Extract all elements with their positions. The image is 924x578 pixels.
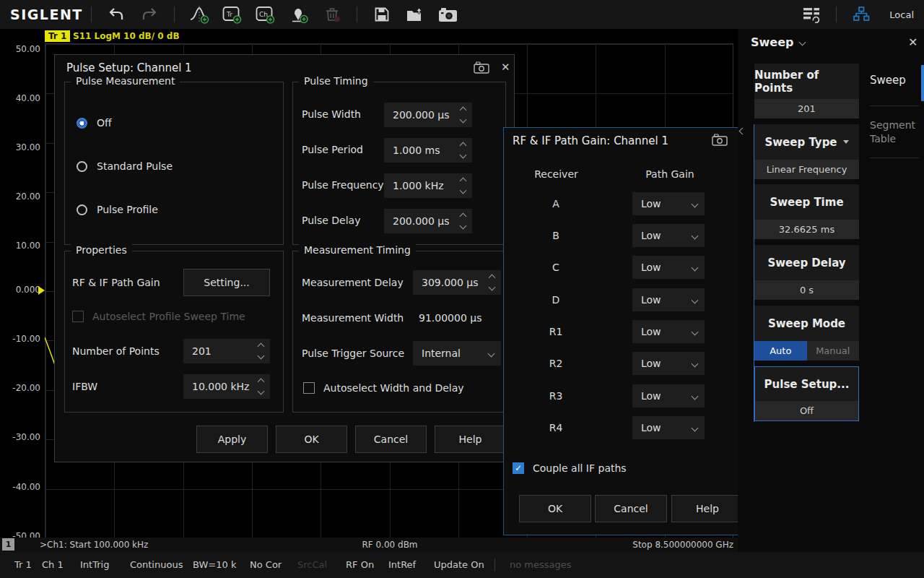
add-trace-button[interactable]: Tr — [219, 4, 245, 25]
sidebar-item-sweep-time[interactable]: Sweep Time 32.6625 ms — [754, 184, 859, 239]
spinner-down-icon[interactable] — [257, 353, 264, 360]
path-gain-dropdown-c[interactable]: Low — [632, 256, 705, 279]
sidebar-close-button[interactable]: ✕ — [908, 35, 918, 49]
camera-outline-icon — [474, 61, 489, 74]
cancel-button[interactable]: Cancel — [595, 495, 667, 522]
tab-divider — [870, 158, 919, 158]
spinner-up-icon[interactable] — [459, 213, 466, 220]
status-trace: Tr 1 — [14, 552, 32, 578]
trace-info[interactable]: S11 LogM 10 dB/ 0 dB — [73, 30, 180, 42]
trace-badge[interactable]: Tr 1 — [45, 30, 70, 42]
cancel-button[interactable]: Cancel — [355, 426, 427, 453]
screenshot-button[interactable] — [435, 4, 461, 25]
dialog-close-button[interactable]: ✕ — [501, 61, 510, 74]
pulse-delay-input[interactable]: 200.000 µs — [384, 209, 472, 233]
ok-button[interactable]: OK — [519, 495, 591, 522]
tab-sweep[interactable]: Sweep — [870, 74, 906, 87]
help-button[interactable]: Help — [671, 495, 744, 522]
ok-label: OK — [548, 503, 562, 514]
spinner-down-icon[interactable] — [459, 152, 466, 159]
spinner-up-icon[interactable] — [459, 107, 466, 114]
path-gain-dropdown-b[interactable]: Low — [632, 224, 705, 247]
add-channel-button[interactable]: Ch — [253, 4, 279, 25]
path-gain-value: Low — [641, 262, 661, 273]
cancel-label: Cancel — [614, 503, 648, 514]
radio-standard-pulse[interactable]: Standard Pulse — [77, 159, 173, 173]
redo-button[interactable] — [136, 4, 162, 25]
spinner-down-icon[interactable] — [459, 187, 466, 194]
receiver-name: D — [533, 288, 579, 311]
sidebar-item-pulse-setup[interactable]: Pulse Setup... Off — [754, 366, 859, 421]
top-toolbar: SIGLENT Tr Ch — [0, 0, 924, 29]
chevron-down-icon — [799, 39, 806, 46]
tab-segment-table[interactable]: Segment Table — [870, 118, 924, 146]
chevron-down-icon — [692, 296, 699, 303]
local-mode-label: Local — [889, 9, 914, 20]
number-of-points-input[interactable]: 201 — [183, 339, 270, 363]
sidebar-item-sweep-delay[interactable]: Sweep Delay 0 s — [754, 245, 859, 300]
spinner-up-icon[interactable] — [488, 275, 495, 282]
spinner-down-icon[interactable] — [459, 116, 466, 124]
status-update: Update On — [434, 552, 484, 578]
sweep-mode-manual-button[interactable]: Manual — [807, 341, 860, 361]
y-axis-label: 0.000 — [0, 285, 40, 295]
receiver-name: B — [533, 224, 579, 247]
measurement-delay-input[interactable]: 309.000 µs — [413, 270, 501, 295]
apply-button[interactable]: Apply — [196, 426, 268, 453]
path-gain-dropdown-a[interactable]: Low — [632, 192, 705, 215]
radio-off[interactable]: Off — [77, 116, 112, 130]
item-label: Pulse Setup... — [755, 367, 858, 401]
autoselect-width-delay-checkbox[interactable]: Autoselect Width and Delay — [303, 382, 464, 394]
path-gain-dropdown-r4[interactable]: Low — [632, 416, 705, 439]
path-gain-dropdown-r1[interactable]: Low — [632, 320, 705, 343]
ok-button[interactable]: OK — [276, 426, 347, 453]
spinner-up-icon[interactable] — [257, 379, 264, 386]
y-axis-label: 30.00 — [0, 142, 40, 152]
path-gain-dropdown-r3[interactable]: Low — [632, 384, 705, 407]
pulse-period-input[interactable]: 1.000 ms — [384, 138, 472, 163]
status-channel: Ch 1 — [42, 552, 64, 578]
pulse-trigger-source-dropdown[interactable]: Internal — [413, 341, 501, 366]
rf-dialog-title: RF & IF Path Gain: Channel 1 — [513, 134, 668, 147]
spinner-down-icon[interactable] — [459, 223, 466, 230]
radio-pulse-profile[interactable]: Pulse Profile — [77, 202, 158, 217]
y-axis-label: -40.00 — [0, 482, 40, 492]
delete-button[interactable] — [319, 4, 345, 25]
save-button[interactable] — [369, 4, 395, 25]
pulse-frequency-input[interactable]: 1.000 kHz — [384, 173, 472, 198]
measurement-delay-value: 309.000 µs — [422, 277, 479, 288]
help-button[interactable]: Help — [435, 426, 506, 453]
ifbw-input[interactable]: 10.000 kHz — [183, 374, 270, 399]
spinner-down-icon[interactable] — [488, 284, 495, 291]
sidebar-collapse-button[interactable] — [740, 129, 745, 134]
y-axis-label: -10.00 — [0, 334, 40, 344]
checkbox-label: Autoselect Profile Sweep Time — [92, 311, 245, 322]
add-measurement-button[interactable] — [186, 4, 212, 25]
dialog-screenshot-button[interactable] — [712, 134, 728, 149]
add-marker-button[interactable] — [286, 4, 312, 25]
network-status-button[interactable] — [848, 4, 874, 25]
path-gain-dropdown-r2[interactable]: Low — [632, 352, 705, 375]
sidebar-menu-selector[interactable]: Sweep — [751, 35, 805, 49]
group-title: Measurement Timing — [299, 244, 416, 256]
system-setup-button[interactable] — [798, 4, 824, 25]
dialog-screenshot-button[interactable] — [474, 61, 489, 77]
path-gain-dropdown-d[interactable]: Low — [632, 288, 705, 311]
toolbar-separator — [174, 7, 175, 22]
sidebar-item-sweep-type[interactable]: Sweep Type Linear Frequency — [754, 124, 859, 179]
sidebar-item-number-of-points[interactable]: Number of Points 201 — [754, 64, 859, 118]
spinner-up-icon[interactable] — [257, 343, 264, 350]
number-of-points-label: Number of Points — [72, 345, 160, 357]
recall-button[interactable] — [402, 4, 428, 25]
setting-button[interactable]: Setting... — [183, 269, 270, 296]
sweep-mode-auto-button[interactable]: Auto — [754, 341, 807, 361]
couple-all-if-paths-checkbox[interactable]: ✓ Couple all IF paths — [513, 462, 627, 474]
undo-button[interactable] — [103, 4, 129, 25]
rf-if-path-gain-dialog: RF & IF Path Gain: Channel 1 ✕ Receiver … — [503, 127, 755, 535]
receiver-row: D Low — [504, 288, 754, 311]
spinner-down-icon[interactable] — [257, 388, 264, 395]
pulse-width-input[interactable]: 200.000 µs — [384, 103, 472, 127]
spinner-up-icon[interactable] — [459, 142, 466, 150]
spinner-up-icon[interactable] — [459, 178, 466, 185]
channel-number-badge: 1 — [2, 538, 14, 551]
